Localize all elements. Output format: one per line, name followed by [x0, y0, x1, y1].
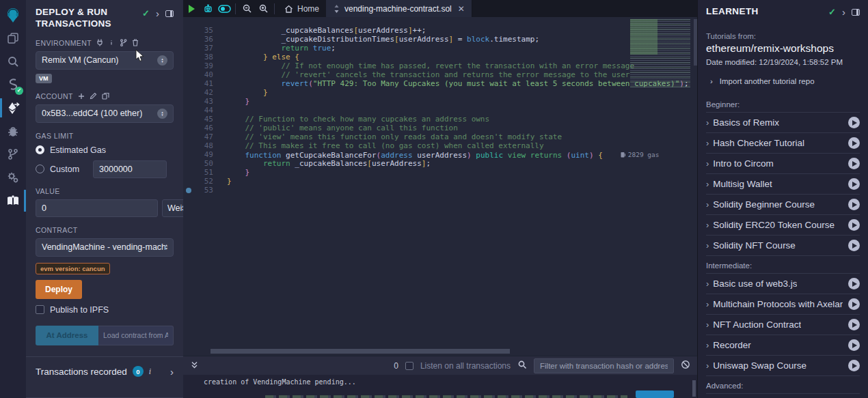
breakpoint-gutter[interactable] — [183, 44, 194, 53]
breakpoint-gutter[interactable] — [183, 150, 194, 159]
breakpoint-gutter[interactable] — [183, 35, 194, 44]
tutorial-item[interactable]: ›Recorder — [706, 335, 860, 356]
breakpoint-gutter[interactable] — [183, 79, 194, 88]
close-tab-icon[interactable]: ✕ — [458, 4, 465, 14]
breakpoint-gutter[interactable] — [183, 177, 194, 186]
code-line-42[interactable]: 42 } — [183, 88, 697, 97]
code-line-46[interactable]: 46 // 'public' means anyone can call thi… — [183, 124, 697, 132]
breakpoint-gutter[interactable] — [183, 168, 194, 177]
tutorial-item[interactable]: ›Basic use of web3.js — [706, 274, 860, 294]
tutorial-item[interactable]: ›Basics of Remix — [706, 113, 860, 133]
code-line-35[interactable]: 35 _cupcakeBalances[userAddress]++; — [183, 26, 697, 35]
solidity-compiler-icon[interactable]: ✓ — [0, 73, 26, 96]
copy-account-icon[interactable] — [102, 92, 109, 100]
deploy-and-run-icon[interactable] — [0, 96, 26, 119]
code-line-53[interactable]: 53 — [183, 186, 697, 195]
terminal-scrollbar[interactable] — [692, 380, 696, 397]
editor-minimap[interactable] — [630, 19, 690, 89]
add-account-icon[interactable] — [78, 93, 85, 100]
run-script-button[interactable] — [183, 0, 200, 17]
pin-panel-icon[interactable]: › — [842, 9, 845, 16]
edit-account-icon[interactable] — [90, 92, 97, 100]
editor-vertical-scrollbar[interactable] — [694, 19, 697, 66]
debug-button-partial[interactable] — [636, 390, 674, 398]
listen-all-checkbox[interactable] — [405, 362, 413, 370]
transactions-recorded-row[interactable]: Transactions recorded 0 i › — [36, 357, 174, 386]
start-tutorial-play-icon[interactable] — [848, 278, 860, 289]
start-tutorial-play-icon[interactable] — [848, 178, 860, 190]
plug-icon[interactable] — [96, 39, 103, 46]
estimated-gas-option[interactable]: Estimated Gas — [36, 145, 174, 155]
breakpoint-gutter[interactable] — [183, 88, 194, 97]
breakpoint-gutter[interactable] — [183, 132, 194, 141]
terminal-search-icon[interactable] — [517, 360, 527, 371]
breakpoint-gutter[interactable] — [183, 61, 194, 70]
code-line-39[interactable]: 39 // If not enough time has passed, rev… — [183, 61, 697, 70]
breakpoint-gutter[interactable] — [183, 124, 194, 132]
trash-icon[interactable] — [132, 39, 139, 46]
maximize-panel-icon[interactable] — [165, 10, 174, 17]
transaction-log-row-partial[interactable] — [265, 395, 627, 398]
zoom-out-icon[interactable] — [239, 0, 255, 17]
value-input[interactable] — [36, 199, 158, 217]
publish-ipfs-checkbox[interactable] — [36, 305, 44, 314]
breakpoint-dot[interactable] — [183, 186, 194, 195]
file-explorer-icon[interactable] — [0, 27, 26, 50]
start-tutorial-play-icon[interactable] — [848, 199, 860, 210]
breakpoint-gutter[interactable] — [183, 115, 194, 124]
start-tutorial-play-icon[interactable] — [848, 219, 860, 231]
at-address-input[interactable] — [98, 326, 174, 345]
code-line-38[interactable]: 38 } else { — [183, 53, 697, 61]
breakpoint-gutter[interactable] — [183, 53, 194, 61]
code-line-40[interactable]: 40 // 'revert' cancels the transaction a… — [183, 70, 697, 79]
ai-copilot-icon[interactable] — [200, 0, 216, 17]
zoom-in-icon[interactable] — [255, 0, 271, 17]
start-tutorial-play-icon[interactable] — [848, 158, 860, 169]
tutorial-item[interactable]: ›Multisig Wallet — [706, 174, 860, 195]
clear-console-icon[interactable] — [681, 360, 690, 371]
start-tutorial-play-icon[interactable] — [848, 240, 860, 251]
account-select[interactable]: 0x5B3...eddC4 (100 ether) ▴▾ — [36, 104, 174, 123]
estimated-gas-radio[interactable] — [36, 145, 44, 154]
copilot-toggle[interactable] — [216, 0, 232, 17]
contract-select[interactable]: VendingMachine - vending-machin ▴▾ — [36, 238, 174, 257]
code-line-50[interactable]: 50 return _cupcakeBalances[userAddress]; — [183, 159, 697, 168]
code-line-52[interactable]: 52} — [183, 177, 697, 186]
start-tutorial-play-icon[interactable] — [848, 298, 860, 310]
expand-transactions-icon[interactable]: › — [170, 366, 174, 378]
tutorial-item[interactable]: ›Solidity ERC20 Token Course — [706, 215, 860, 236]
start-tutorial-play-icon[interactable] — [848, 319, 860, 330]
terminal-output[interactable]: creation of VendingMachine pending... — [183, 375, 697, 398]
code-line-44[interactable]: 44 — [183, 106, 697, 115]
custom-gas-option[interactable]: Custom — [36, 160, 174, 178]
search-icon[interactable] — [0, 50, 26, 73]
start-tutorial-play-icon[interactable] — [848, 117, 860, 128]
expand-terminal-icon[interactable] — [190, 360, 199, 371]
tutorial-item[interactable]: ›Multichain Protocols with Axelar — [706, 294, 860, 315]
deploy-button[interactable]: Deploy — [36, 280, 82, 299]
editor-horizontal-scrollbar[interactable] — [211, 349, 510, 354]
at-address-button[interactable]: At Address — [36, 326, 98, 345]
breakpoint-gutter[interactable] — [183, 97, 194, 106]
tab-home[interactable]: Home — [277, 0, 326, 17]
code-line-45[interactable]: 45 // Function to check how many cupcake… — [183, 115, 697, 124]
custom-gas-radio[interactable] — [36, 165, 44, 173]
code-line-37[interactable]: 37 return true; — [183, 44, 697, 53]
tutorial-item[interactable]: ›Uniswap Swap Course — [706, 356, 860, 376]
tutorial-item[interactable]: ›Intro to Circom — [706, 154, 860, 174]
maximize-panel-icon[interactable] — [852, 9, 860, 16]
code-editor[interactable]: 35 _cupcakeBalances[userAddress]++;36 _c… — [183, 17, 697, 356]
code-line-49[interactable]: 49 function getCupcakeBalanceFor(address… — [183, 150, 697, 159]
pin-panel-icon[interactable]: › — [156, 10, 159, 17]
settings-icon[interactable] — [0, 166, 26, 189]
tutorial-item[interactable]: ›Solidity NFT Course — [706, 236, 860, 256]
code-line-48[interactable]: 48 // This makes it free to call (no gas… — [183, 141, 697, 150]
breakpoint-gutter[interactable] — [183, 141, 194, 150]
fork-environment-icon[interactable] — [120, 39, 127, 46]
breakpoint-gutter[interactable] — [183, 70, 194, 79]
code-line-47[interactable]: 47 // 'view' means this function only re… — [183, 132, 697, 141]
breakpoint-gutter[interactable] — [183, 159, 194, 168]
start-tutorial-play-icon[interactable] — [848, 339, 860, 351]
tutorial-item[interactable]: ›Solidity Beginner Course — [706, 195, 860, 215]
git-icon[interactable] — [0, 143, 26, 166]
